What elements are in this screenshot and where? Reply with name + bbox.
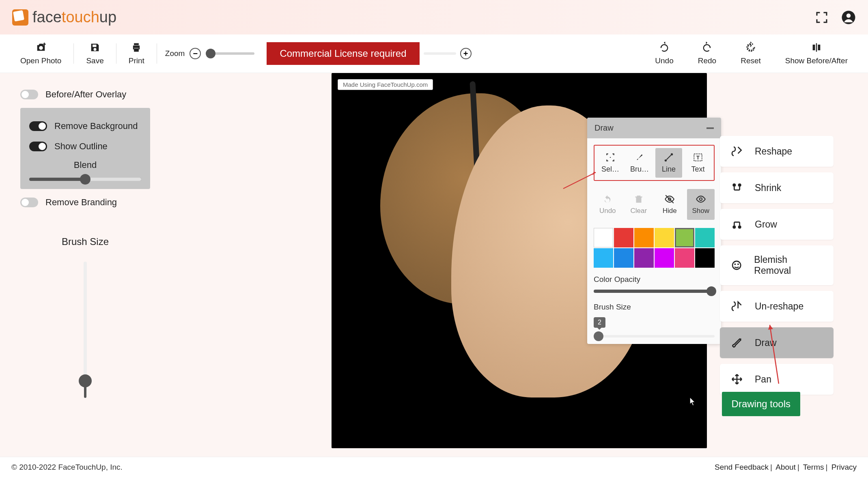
watermark: Made Using FaceTouchUp.com bbox=[338, 79, 433, 90]
undo-button[interactable]: Undo bbox=[643, 42, 685, 65]
draw-clear-button[interactable]: Clear bbox=[625, 189, 653, 220]
compare-icon bbox=[811, 42, 822, 53]
draw-panel-header[interactable]: Draw bbox=[587, 118, 721, 138]
draw-icon bbox=[730, 336, 743, 349]
open-photo-button[interactable]: Open Photo bbox=[8, 42, 73, 65]
tool-reshape[interactable]: Reshape bbox=[720, 136, 834, 167]
right-tool-panel: ReshapeShrinkGrowBlemish RemovalUn-resha… bbox=[720, 136, 834, 395]
zoom-slider-secondary[interactable] bbox=[424, 52, 456, 55]
color-swatch[interactable] bbox=[655, 248, 674, 268]
blemish-icon bbox=[730, 259, 743, 272]
text-tool[interactable]: T Text bbox=[685, 148, 711, 178]
color-opacity-label: Color Opacity bbox=[594, 275, 715, 284]
account-icon[interactable] bbox=[841, 10, 856, 25]
tool-unreshape[interactable]: Un-reshape bbox=[720, 291, 834, 322]
tool-label: Shrink bbox=[755, 183, 781, 193]
redo-button[interactable]: Redo bbox=[686, 42, 728, 65]
logo-text: facetouchup bbox=[32, 9, 116, 26]
panel-brush-size-slider[interactable] bbox=[594, 335, 715, 337]
undo-icon bbox=[602, 194, 613, 204]
color-swatch[interactable] bbox=[695, 228, 715, 247]
zoom-in-button[interactable]: + bbox=[460, 48, 472, 59]
fullscreen-icon[interactable] bbox=[814, 10, 829, 25]
remove-bg-toggle[interactable] bbox=[29, 121, 47, 131]
tool-blemish[interactable]: Blemish Removal bbox=[720, 245, 834, 285]
tool-pan[interactable]: Pan bbox=[720, 364, 834, 395]
line-icon bbox=[663, 152, 674, 163]
draw-panel: Draw Sel… Bru… Line T Text bbox=[587, 118, 721, 344]
color-swatch[interactable] bbox=[614, 248, 633, 268]
tool-draw[interactable]: Draw bbox=[720, 327, 834, 358]
svg-point-12 bbox=[738, 226, 741, 229]
brush-tool[interactable]: Bru… bbox=[626, 148, 653, 178]
svg-point-3 bbox=[671, 153, 673, 155]
line-tool[interactable]: Line bbox=[655, 148, 682, 178]
text-icon: T bbox=[693, 152, 703, 163]
color-swatch[interactable] bbox=[695, 248, 715, 268]
shrink-icon bbox=[730, 181, 743, 194]
tool-label: Grow bbox=[755, 219, 777, 230]
blend-slider[interactable] bbox=[29, 178, 141, 181]
zoom-label: Zoom bbox=[165, 49, 185, 58]
zoom-slider[interactable] bbox=[206, 52, 254, 55]
color-swatch[interactable] bbox=[634, 248, 654, 268]
select-tool[interactable]: Sel… bbox=[597, 148, 624, 178]
color-swatch[interactable] bbox=[675, 228, 694, 247]
camera-plus-icon bbox=[35, 42, 47, 53]
draw-hide-button[interactable]: Hide bbox=[656, 189, 684, 220]
color-swatch[interactable] bbox=[594, 228, 613, 247]
color-swatch[interactable] bbox=[614, 228, 633, 247]
save-button[interactable]: Save bbox=[74, 42, 116, 65]
reset-button[interactable]: Reset bbox=[728, 42, 773, 65]
minimize-icon[interactable] bbox=[706, 127, 714, 129]
svg-point-14 bbox=[734, 264, 736, 265]
undo-icon bbox=[659, 42, 670, 53]
feedback-link[interactable]: Send Feedback bbox=[715, 463, 769, 471]
zoom-out-button[interactable]: − bbox=[190, 48, 201, 59]
svg-line-4 bbox=[667, 155, 671, 160]
brush-size-title: Brush Size bbox=[20, 236, 150, 247]
show-before-after-button[interactable]: Show Before/After bbox=[773, 42, 860, 65]
grow-icon bbox=[730, 218, 743, 231]
color-swatch[interactable] bbox=[634, 228, 654, 247]
remove-branding-toggle[interactable] bbox=[20, 198, 38, 207]
color-swatch[interactable] bbox=[655, 228, 674, 247]
drawing-tools-annotation: Drawing tools bbox=[722, 392, 800, 416]
select-icon bbox=[605, 152, 616, 163]
svg-point-10 bbox=[738, 183, 741, 187]
print-icon bbox=[131, 42, 142, 53]
color-opacity-slider[interactable] bbox=[594, 290, 715, 293]
show-outline-label: Show Outline bbox=[54, 141, 108, 152]
svg-point-1 bbox=[846, 13, 851, 18]
draw-actions-row: Undo Clear Hide Show bbox=[594, 189, 715, 220]
privacy-link[interactable]: Privacy bbox=[831, 463, 857, 471]
save-icon bbox=[89, 42, 101, 53]
draw-show-button[interactable]: Show bbox=[687, 189, 715, 220]
svg-point-16 bbox=[740, 338, 741, 339]
brush-size-slider[interactable] bbox=[84, 262, 87, 391]
panel-brush-size-label: Brush Size bbox=[594, 303, 715, 312]
remove-branding-label: Remove Branding bbox=[45, 197, 117, 208]
color-palette bbox=[594, 228, 715, 268]
left-panel: Before/After Overlay Remove Background S… bbox=[0, 73, 170, 457]
show-outline-toggle[interactable] bbox=[29, 142, 47, 151]
zoom-controls: Zoom − bbox=[157, 48, 263, 59]
svg-point-13 bbox=[732, 261, 741, 269]
tool-grow[interactable]: Grow bbox=[720, 209, 834, 240]
tool-shrink[interactable]: Shrink bbox=[720, 172, 834, 203]
draw-undo-button[interactable]: Undo bbox=[594, 189, 622, 220]
before-after-toggle[interactable] bbox=[20, 90, 38, 99]
print-button[interactable]: Print bbox=[116, 42, 157, 65]
reshape-icon bbox=[730, 145, 743, 158]
color-swatch[interactable] bbox=[594, 248, 613, 268]
logo: facetouchup bbox=[12, 9, 116, 26]
unreshape-icon bbox=[730, 300, 743, 313]
eye-off-icon bbox=[664, 194, 675, 204]
bg-panel: Remove Background Show Outline Blend bbox=[20, 108, 150, 189]
terms-link[interactable]: Terms bbox=[803, 463, 824, 471]
about-link[interactable]: About bbox=[775, 463, 796, 471]
reset-icon bbox=[745, 42, 756, 53]
color-swatch[interactable] bbox=[675, 248, 694, 268]
brush-icon bbox=[634, 152, 645, 163]
tool-label: Reshape bbox=[755, 146, 792, 157]
